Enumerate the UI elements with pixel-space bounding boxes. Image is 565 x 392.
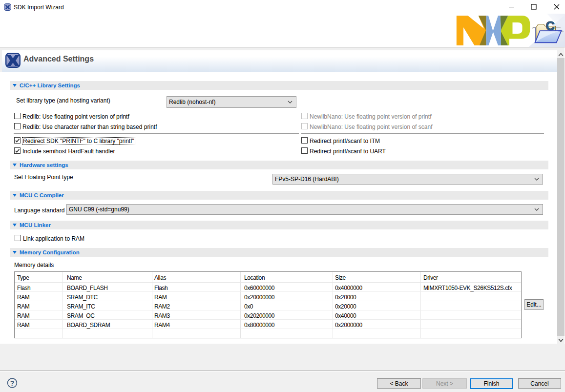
svg-text:?: ? bbox=[10, 379, 15, 387]
